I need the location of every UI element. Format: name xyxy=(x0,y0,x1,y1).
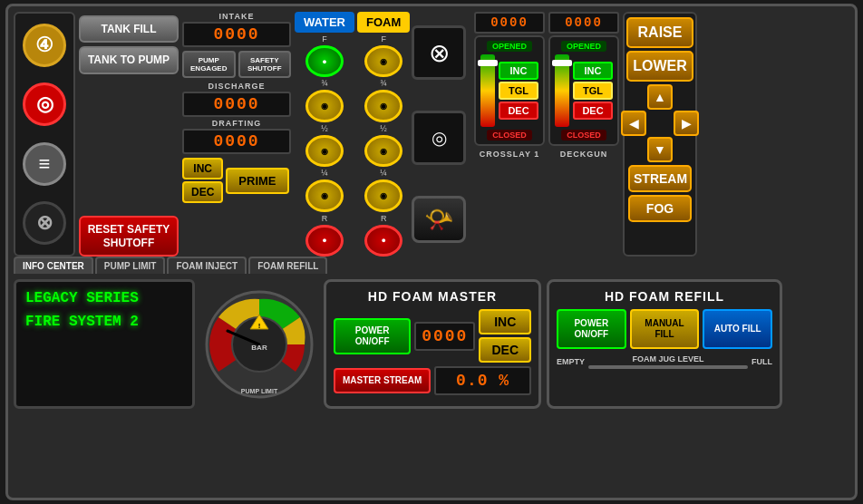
buttons-panel: TANK FILL TANK TO PUMP RESET SAFETY SHUT… xyxy=(79,12,179,257)
inc-button[interactable]: INC xyxy=(182,158,223,179)
top-section: ④ ◎ ≡ ⊗ TANK FILL TANK TO PUMP RESET SAF… xyxy=(14,12,849,257)
master-stream-button[interactable]: MASTER STREAM xyxy=(334,368,431,393)
intake-display: 0000 xyxy=(182,22,291,47)
reset-safety-shutoff-button[interactable]: RESET SAFETY SHUTOFF xyxy=(79,216,179,257)
dial-icon-display: ◎ xyxy=(412,111,466,165)
info-line-2: FIRE SYSTEM 2 xyxy=(25,311,183,334)
horn-button[interactable]: 📯 xyxy=(412,196,466,243)
foam-master-pct: 0.0 % xyxy=(434,366,531,395)
crosslay-inc-button[interactable]: INC xyxy=(499,62,538,80)
gauges-panel: INTAKE 0000 PUMP ENGAGED SAFETY SHUTOFF … xyxy=(182,12,291,257)
foam-jug-bar-row: EMPTY FOAM JUG LEVEL FULL xyxy=(557,354,772,369)
arrow-right-button[interactable]: ▶ xyxy=(674,111,699,136)
fog-button[interactable]: FOG xyxy=(628,195,692,222)
gauge-pump-limit-label: PUMP LIMIT xyxy=(241,388,277,394)
lower-button[interactable]: LOWER xyxy=(626,51,693,82)
refill-buttons-row: POWER ON/OFF MANUAL FILL AUTO FILL xyxy=(557,309,772,349)
foam-knob-qtr[interactable]: ◉ xyxy=(364,179,402,211)
crosslay-panel-wrapper: 0000 OPENED INC TGL DEC CLOSED CROSSLAY … xyxy=(474,12,545,257)
auto-fill-button[interactable]: AUTO FILL xyxy=(703,309,772,349)
pump-engaged-button[interactable]: PUMP ENGAGED xyxy=(182,51,236,78)
water-knob-r[interactable]: ● xyxy=(305,225,344,257)
main-panel: ④ ◎ ≡ ⊗ TANK FILL TANK TO PUMP RESET SAF… xyxy=(5,4,858,500)
foam-header: FOAM xyxy=(357,12,410,33)
icon-2: ◎ xyxy=(23,82,66,126)
dec-button[interactable]: DEC xyxy=(182,181,223,203)
foam-master-title: HD FOAM MASTER xyxy=(334,289,531,304)
foam-refill-power-button[interactable]: POWER ON/OFF xyxy=(557,309,626,349)
water-r-label: R xyxy=(322,214,328,223)
drafting-row: DRAFTING 0000 xyxy=(182,119,291,154)
discharge-display: 0000 xyxy=(182,92,291,117)
prime-button[interactable]: PRIME xyxy=(226,168,288,194)
arrow-left-button[interactable]: ◀ xyxy=(621,111,646,136)
jug-empty-label: EMPTY xyxy=(557,357,585,366)
crosslay-dec-button[interactable]: DEC xyxy=(499,102,538,120)
foam-r-label: R xyxy=(381,214,387,223)
foam-knob-f[interactable]: ◉ xyxy=(364,45,402,77)
deckgun-inc-button[interactable]: INC xyxy=(573,62,612,80)
arrow-down-button[interactable]: ▼ xyxy=(647,137,673,162)
foam-knob-r[interactable]: ● xyxy=(364,225,402,257)
water-knob-half[interactable]: ◉ xyxy=(305,135,344,167)
foam-master-power-button[interactable]: POWER ON/OFF xyxy=(334,318,411,354)
water-valve-col: WATER F ● ¾ ◉ ½ ◉ ¼ ◉ R ● xyxy=(295,12,354,257)
deckgun-top-display: 0000 xyxy=(548,12,619,34)
center-controls: ⊗ ◎ 📯 xyxy=(407,12,470,257)
water-foam-valve-section: WATER F ● ¾ ◉ ½ ◉ ¼ ◉ R ● FOAM F ◉ ¾ ◉ ½… xyxy=(295,12,403,257)
drafting-display: 0000 xyxy=(182,129,291,154)
foam-knob-3q[interactable]: ◉ xyxy=(364,90,402,121)
foam-f-label: F xyxy=(381,34,386,44)
foam-master-inc-button[interactable]: INC xyxy=(479,309,531,334)
intake-row: INTAKE 0000 xyxy=(182,12,291,47)
water-half-label: ½ xyxy=(321,124,328,133)
icon-4: ⊗ xyxy=(23,201,66,245)
tab-pump-limit[interactable]: PUMP LIMIT xyxy=(95,257,166,274)
info-line-1: LEGACY SERIES xyxy=(25,287,183,311)
tab-bar: INFO CENTER PUMP LIMIT FOAM INJECT FOAM … xyxy=(14,257,849,274)
tab-info-center[interactable]: INFO CENTER xyxy=(14,257,93,274)
tank-to-pump-button[interactable]: TANK TO PUMP xyxy=(79,46,179,73)
deckgun-panel-wrapper: 0000 OPENED INC TGL DEC CLOSED DECKGUN xyxy=(548,12,619,257)
deckgun-dec-button[interactable]: DEC xyxy=(573,102,612,120)
tank-fill-button[interactable]: TANK FILL xyxy=(79,15,179,43)
safety-shutoff-button[interactable]: SAFETY SHUTOFF xyxy=(238,51,292,78)
foam-master-row-2: MASTER STREAM 0.0 % xyxy=(334,366,531,395)
jug-full-label: FULL xyxy=(751,357,772,366)
manual-fill-button[interactable]: MANUAL FILL xyxy=(630,309,700,349)
foam-knob-half[interactable]: ◉ xyxy=(364,135,402,167)
deckgun-closed-label: CLOSED xyxy=(561,130,606,141)
crosslay-tgl-button[interactable]: TGL xyxy=(499,82,538,100)
water-knob-3q[interactable]: ◉ xyxy=(305,90,344,121)
crosslay-top-display: 0000 xyxy=(474,12,545,34)
stream-fog-panel: STREAM FOG xyxy=(628,165,692,222)
arrow-up-button[interactable]: ▲ xyxy=(647,84,673,110)
gauge-meter-section: ! BAR PUMP LIMIT xyxy=(200,279,318,409)
info-panel: LEGACY SERIES FIRE SYSTEM 2 xyxy=(14,279,195,409)
stream-button[interactable]: STREAM xyxy=(628,165,692,192)
water-knob-qtr[interactable]: ◉ xyxy=(305,179,344,211)
water-qtr-label: ¼ xyxy=(321,169,328,178)
crosslay-closed-label: CLOSED xyxy=(487,130,532,141)
light-icon-display: ⊗ xyxy=(412,25,466,80)
bottom-section: LEGACY SERIES FIRE SYSTEM 2 xyxy=(14,279,849,409)
water-3q-label: ¾ xyxy=(321,79,328,88)
water-header: WATER xyxy=(295,12,354,33)
foam-half-label: ½ xyxy=(380,124,387,133)
gauge-bar-label: BAR xyxy=(251,344,267,352)
raise-button[interactable]: RAISE xyxy=(626,17,693,48)
tab-foam-refill[interactable]: FOAM REFILL xyxy=(248,257,327,274)
foam-master-row-1: POWER ON/OFF 0000 INC DEC xyxy=(334,309,531,363)
water-knob-f[interactable]: ● xyxy=(305,45,344,77)
deckgun-title: DECKGUN xyxy=(548,150,619,159)
foam-master-dec-button[interactable]: DEC xyxy=(479,337,531,363)
foam-jug-bar xyxy=(588,365,748,369)
arrow-cross: ▲ ◀ ▶ ▼ xyxy=(621,84,699,162)
icon-3: ≡ xyxy=(23,142,66,186)
intake-label: INTAKE xyxy=(182,12,291,21)
water-f-label: F xyxy=(322,34,327,44)
drafting-label: DRAFTING xyxy=(182,119,291,128)
deckgun-tgl-button[interactable]: TGL xyxy=(573,82,612,100)
deckgun-opened-label: OPENED xyxy=(561,41,606,52)
tab-foam-inject[interactable]: FOAM INJECT xyxy=(167,257,247,274)
